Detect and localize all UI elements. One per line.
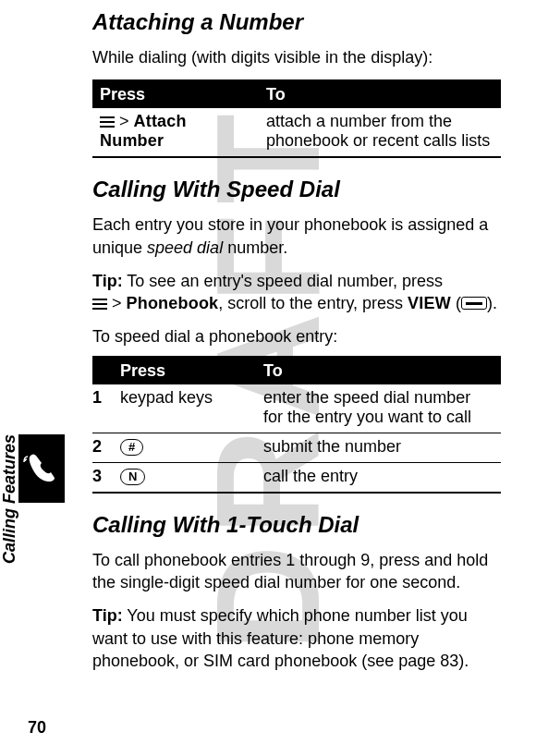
table1-header-to: To — [259, 80, 501, 108]
r3-press: N — [113, 462, 256, 493]
phone-icon — [18, 434, 65, 503]
phonebook-label: Phonebook — [127, 294, 219, 312]
table-attach-number: Press To > Attach Number attach a number… — [92, 79, 501, 158]
table1-r1-press: > Attach Number — [92, 108, 259, 157]
text: , scroll to the entry, press — [218, 294, 408, 312]
page-number: 70 — [28, 718, 46, 738]
step-number: 1 — [92, 384, 113, 433]
s2-p1: Each entry you store in your phonebook i… — [92, 213, 501, 259]
sep: > — [107, 294, 127, 312]
s2-tip: Tip: To see an entry's speed dial number… — [92, 270, 501, 315]
r1-to: enter the speed dial number for the entr… — [256, 384, 501, 433]
heading-attaching-number: Attaching a Number — [92, 9, 501, 35]
text: To see an entry's speed dial number, pre… — [123, 272, 443, 290]
table-row: > Attach Number attach a number from the… — [92, 108, 501, 157]
table1-r1-to: attach a number from the phonebook or re… — [259, 108, 501, 157]
r1-press: keypad keys — [113, 384, 256, 433]
s2-p3: To speed dial a phonebook entry: — [92, 325, 501, 348]
text: ). — [487, 294, 497, 312]
hash-key-icon: # — [120, 439, 143, 456]
table-speed-dial: Press To 1 keypad keys enter the speed d… — [92, 356, 501, 494]
tip-label: Tip: — [92, 606, 123, 625]
s3-p1: To call phonebook entries 1 through 9, p… — [92, 549, 501, 594]
r2-press: # — [113, 433, 256, 462]
text: number. — [223, 238, 287, 257]
table2-header-to: To — [256, 357, 501, 384]
s1-intro: While dialing (with digits visible in th… — [92, 46, 501, 68]
menu-icon — [100, 116, 115, 128]
heading-speed-dial: Calling With Speed Dial — [92, 177, 501, 202]
side-label: Calling Features — [0, 434, 19, 564]
menu-icon — [92, 299, 107, 310]
table-row: 1 keypad keys enter the speed dial numbe… — [92, 384, 501, 433]
table-row: 2 # submit the number — [92, 433, 501, 462]
view-label: VIEW — [408, 294, 451, 312]
page-content: Attaching a Number While dialing (with d… — [0, 0, 536, 701]
table-row: 3 N call the entry — [92, 462, 501, 493]
speed-dial-em: speed dial — [147, 238, 223, 257]
step-number: 3 — [92, 462, 113, 493]
sep: > — [115, 112, 134, 130]
table2-header-press: Press — [113, 357, 256, 384]
r2-to: submit the number — [256, 433, 501, 462]
step-number: 2 — [92, 433, 113, 462]
text: ( — [451, 294, 461, 312]
softkey-icon — [461, 297, 487, 310]
r3-to: call the entry — [256, 462, 501, 493]
s3-tip: Tip: You must specify which phone number… — [92, 604, 501, 672]
tip-label: Tip: — [92, 272, 123, 290]
send-key-icon: N — [120, 469, 145, 485]
text: You must specify which phone number list… — [92, 606, 469, 670]
table1-header-press: Press — [92, 80, 259, 108]
heading-1touch-dial: Calling With 1-Touch Dial — [92, 512, 501, 538]
